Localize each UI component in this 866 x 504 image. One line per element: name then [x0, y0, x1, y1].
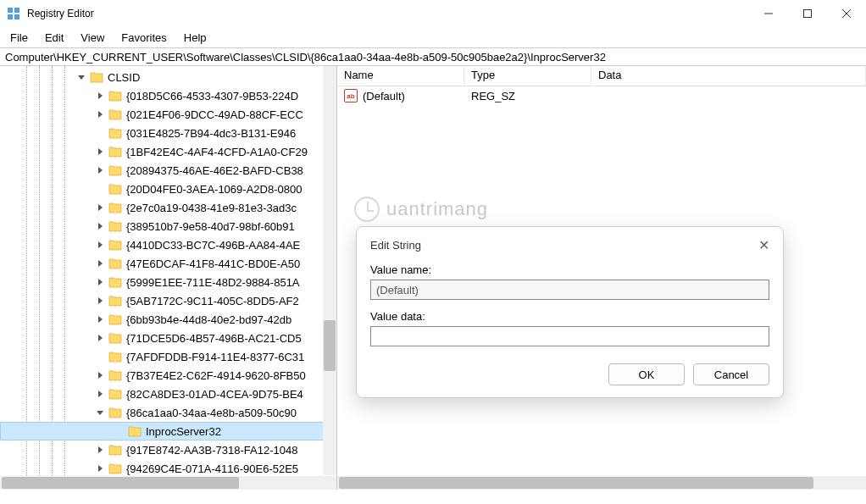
tree-label: {389510b7-9e58-40d7-98bf-60b91: [126, 220, 298, 233]
folder-icon: [108, 369, 122, 381]
tree-item[interactable]: {71DCE5D6-4B57-496B-AC21-CD5: [0, 329, 336, 347]
tree-item[interactable]: InprocServer32: [0, 422, 336, 440]
tree-label: {1BF42E4C-4AF4-4CFD-A1A0-CF29: [126, 146, 311, 158]
svg-rect-2: [8, 14, 13, 19]
watermark-text: uantrimang: [386, 198, 488, 220]
tree-expander[interactable]: [95, 389, 105, 399]
window-controls: [749, 0, 866, 27]
tree-label: {917E8742-AA3B-7318-FA12-1048: [126, 444, 301, 457]
menu-edit[interactable]: Edit: [36, 29, 72, 47]
ok-button[interactable]: OK: [608, 363, 685, 385]
tree-vscroll-thumb[interactable]: [324, 320, 336, 371]
value-data-label: Value data:: [370, 310, 769, 323]
tree-expander[interactable]: [95, 258, 105, 269]
tree-expander[interactable]: [95, 463, 105, 474]
tree-body[interactable]: CLSID{018D5C66-4533-4307-9B53-224D{021E4…: [0, 66, 336, 476]
tree-item[interactable]: {2e7c0a19-0438-41e9-81e3-3ad3c: [0, 198, 336, 217]
menu-help[interactable]: Help: [175, 29, 215, 47]
folder-icon: [108, 444, 122, 456]
regedit-icon: [7, 7, 20, 20]
tree-expander[interactable]: [95, 407, 105, 418]
tree-vscrollbar[interactable]: [323, 66, 336, 475]
cancel-button[interactable]: Cancel: [693, 363, 769, 385]
dialog-title-text: Edit String: [370, 239, 421, 252]
tree-hscrollbar[interactable]: [0, 476, 336, 490]
tree-item[interactable]: {1BF42E4C-4AF4-4CFD-A1A0-CF29: [0, 142, 336, 161]
address-bar[interactable]: Computer\HKEY_CURRENT_USER\Software\Clas…: [0, 47, 866, 66]
tree-item[interactable]: {4410DC33-BC7C-496B-AA84-4AE: [0, 235, 336, 254]
tree-label: {4410DC33-BC7C-496B-AA84-4AE: [126, 239, 303, 252]
tree-expander[interactable]: [95, 333, 105, 343]
folder-icon: [108, 164, 122, 176]
folder-icon: [108, 202, 122, 213]
list-row[interactable]: ab (Default) REG_SZ: [337, 86, 866, 105]
menu-bar: File Edit View Favorites Help: [0, 27, 866, 47]
watermark-icon: [354, 197, 380, 222]
close-button[interactable]: [827, 0, 866, 27]
col-data[interactable]: Data: [591, 66, 866, 86]
tree-item[interactable]: {82CA8DE3-01AD-4CEA-9D75-BE4: [0, 385, 336, 403]
tree-expander[interactable]: [95, 165, 105, 175]
minimize-button[interactable]: [749, 0, 788, 27]
tree-item[interactable]: {7B37E4E2-C62F-4914-9620-8FB50: [0, 366, 336, 385]
tree-label: InprocServer32: [146, 425, 225, 438]
tree-expander[interactable]: [95, 370, 105, 380]
tree-label: {018D5C66-4533-4307-9B53-224D: [126, 90, 302, 102]
tree-item[interactable]: CLSID: [0, 68, 336, 86]
tree-hscroll-thumb[interactable]: [2, 477, 239, 489]
folder-icon: [128, 425, 142, 437]
folder-icon: [108, 388, 122, 400]
list-hscrollbar[interactable]: [337, 476, 866, 490]
tree-expander[interactable]: [95, 221, 105, 231]
tree-item[interactable]: {7AFDFDDB-F914-11E4-8377-6C31: [0, 347, 336, 366]
col-name[interactable]: Name: [337, 66, 464, 86]
tree-item[interactable]: {5AB7172C-9C11-405C-8DD5-AF2: [0, 291, 336, 310]
tree-pane: CLSID{018D5C66-4533-4307-9B53-224D{021E4…: [0, 66, 337, 490]
tree-label: {7B37E4E2-C62F-4914-9620-8FB50: [126, 369, 309, 382]
menu-favorites[interactable]: Favorites: [113, 29, 175, 47]
dialog-close-icon[interactable]: ✕: [758, 237, 769, 253]
tree-item[interactable]: {018D5C66-4533-4307-9B53-224D: [0, 86, 336, 105]
folder-icon: [108, 239, 122, 251]
tree-expander[interactable]: [95, 314, 105, 324]
menu-file[interactable]: File: [2, 29, 36, 47]
tree-item[interactable]: {86ca1aa0-34aa-4e8b-a509-50c90: [0, 403, 336, 422]
tree-label: {94269C4E-071A-4116-90E6-52E5: [126, 462, 302, 475]
tree-item[interactable]: {917E8742-AA3B-7318-FA12-1048: [0, 440, 336, 459]
tree-item[interactable]: {021E4F06-9DCC-49AD-88CF-ECC: [0, 105, 336, 124]
maximize-button[interactable]: [788, 0, 827, 27]
tree-item[interactable]: {6bb93b4e-44d8-40e2-bd97-42db: [0, 310, 336, 329]
tree-label: {5999E1EE-711E-48D2-9884-851A: [126, 276, 303, 289]
tree-item[interactable]: {20D04FE0-3AEA-1069-A2D8-0800: [0, 180, 336, 198]
tree-item[interactable]: {5999E1EE-711E-48D2-9884-851A: [0, 273, 336, 291]
tree-item[interactable]: {031E4825-7B94-4dc3-B131-E946: [0, 124, 336, 142]
tree-item[interactable]: {47E6DCAF-41F8-441C-BD0E-A50: [0, 254, 336, 273]
tree-expander[interactable]: [95, 296, 105, 306]
tree-item[interactable]: {94269C4E-071A-4116-90E6-52E5: [0, 459, 336, 476]
tree-label: {82CA8DE3-01AD-4CEA-9D75-BE4: [126, 388, 307, 401]
folder-icon: [108, 295, 122, 307]
list-hscroll-thumb[interactable]: [339, 477, 813, 489]
cell-name: ab (Default): [337, 89, 464, 102]
tree-expander[interactable]: [76, 72, 86, 82]
folder-icon: [108, 220, 122, 232]
col-type[interactable]: Type: [464, 66, 591, 86]
tree-expander[interactable]: [95, 445, 105, 455]
value-name-input[interactable]: [370, 280, 769, 300]
folder-icon: [108, 462, 122, 474]
tree-expander[interactable]: [95, 109, 105, 119]
folder-icon: [108, 258, 122, 269]
menu-view[interactable]: View: [72, 29, 113, 47]
tree-expander[interactable]: [95, 91, 105, 101]
folder-icon: [108, 276, 122, 288]
tree-expander[interactable]: [95, 240, 105, 250]
tree-item[interactable]: {20894375-46AE-46E2-BAFD-CB38: [0, 161, 336, 180]
tree-item[interactable]: {389510b7-9e58-40d7-98bf-60b91: [0, 217, 336, 235]
tree-expander[interactable]: [95, 277, 105, 287]
tree-expander[interactable]: [95, 202, 105, 213]
tree-label: CLSID: [108, 71, 143, 84]
tree-expander[interactable]: [95, 147, 105, 157]
value-data-input[interactable]: [370, 326, 769, 346]
list-header: Name Type Data: [337, 66, 866, 86]
folder-icon: [108, 183, 122, 195]
